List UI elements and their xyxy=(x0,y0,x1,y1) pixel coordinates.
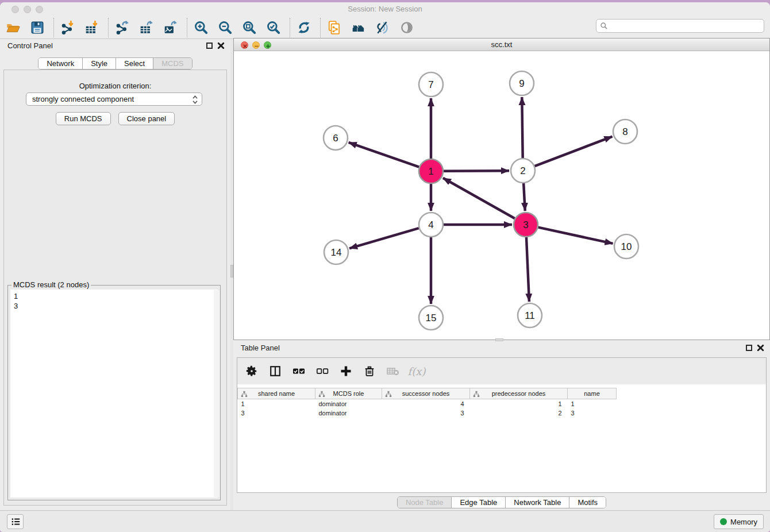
hide-selected-icon[interactable] xyxy=(373,18,392,37)
table-panel-title: Table Panel xyxy=(241,344,280,352)
function-builder-icon: f(x) xyxy=(409,364,424,379)
column-header-successor-nodes[interactable]: successor nodes xyxy=(382,388,470,399)
graph-edge[interactable] xyxy=(526,237,529,302)
graph-node-label: 7 xyxy=(428,79,433,90)
import-network-icon[interactable] xyxy=(58,18,78,37)
result-line: 1 xyxy=(14,291,214,301)
show-all-icon[interactable] xyxy=(397,18,417,37)
graph-node[interactable]: 9 xyxy=(510,71,534,95)
zoom-fit-icon[interactable] xyxy=(240,18,259,37)
graph-node[interactable]: 3 xyxy=(514,213,538,237)
deselect-all-icon[interactable] xyxy=(315,364,330,379)
optimization-criterion-label: Optimization criterion: xyxy=(4,82,226,90)
run-mcds-button[interactable]: Run MCDS xyxy=(56,112,111,125)
search-input[interactable] xyxy=(610,22,760,30)
graph-node[interactable]: 10 xyxy=(614,234,638,259)
zoom-selected-icon[interactable] xyxy=(264,18,283,37)
result-line: 3 xyxy=(14,301,214,311)
add-column-icon[interactable] xyxy=(338,364,353,379)
mcds-result-list[interactable]: 1 3 xyxy=(10,290,218,498)
table-settings-gear-icon[interactable] xyxy=(244,364,259,379)
graph-node[interactable]: 7 xyxy=(419,72,443,97)
close-panel-icon[interactable] xyxy=(217,42,225,49)
table-cell[interactable]: 3 xyxy=(382,408,470,418)
table-cell[interactable]: 2 xyxy=(470,408,568,418)
import-table-icon[interactable] xyxy=(82,18,102,37)
close-panel-button[interactable]: Close panel xyxy=(118,112,175,125)
zoom-in-icon[interactable] xyxy=(191,18,211,37)
graph-node-label: 2 xyxy=(520,165,525,176)
graph-edge[interactable] xyxy=(538,228,613,244)
table-cell[interactable]: 1 xyxy=(568,399,617,408)
select-all-icon[interactable] xyxy=(291,364,306,379)
graph-node[interactable]: 4 xyxy=(419,213,443,237)
column-header-filler xyxy=(617,388,623,399)
export-table-icon[interactable] xyxy=(137,18,156,37)
column-header-mcds-role[interactable]: MCDS role xyxy=(315,388,382,399)
table-toolbar: f(x) xyxy=(237,358,766,384)
first-neighbors-icon[interactable] xyxy=(349,18,368,37)
tab-select[interactable]: Select xyxy=(116,58,153,69)
result-scrollbar[interactable] xyxy=(214,290,220,497)
export-network-icon[interactable] xyxy=(113,18,132,37)
table-cell[interactable]: dominator xyxy=(315,399,382,408)
task-history-button[interactable] xyxy=(7,514,24,529)
table-cell[interactable]: dominator xyxy=(315,408,382,418)
graph-edge[interactable] xyxy=(523,183,525,211)
application-window: Session: New Session xyxy=(0,2,770,532)
graph-node[interactable]: 2 xyxy=(511,159,535,183)
network-canvas[interactable]: 1234678910111415 xyxy=(234,51,769,340)
export-image-icon[interactable] xyxy=(161,18,180,37)
network-window-titlebar[interactable]: scc.txt xyxy=(234,38,769,51)
graph-node-label: 11 xyxy=(525,310,535,321)
tab-style[interactable]: Style xyxy=(82,58,116,69)
column-header-name[interactable]: name xyxy=(568,388,617,399)
table-cell[interactable]: 1 xyxy=(238,399,315,408)
tab-network[interactable]: Network xyxy=(38,58,82,69)
delete-column-icon[interactable] xyxy=(362,364,377,379)
column-header-shared-name[interactable]: shared name xyxy=(238,388,315,399)
close-table-panel-icon[interactable] xyxy=(757,344,764,352)
tab-motifs[interactable]: Motifs xyxy=(569,497,606,508)
zoom-out-icon[interactable] xyxy=(215,18,235,37)
graph-node[interactable]: 11 xyxy=(518,303,542,327)
clone-network-icon[interactable] xyxy=(325,18,344,37)
tab-network-table[interactable]: Network Table xyxy=(505,497,569,508)
graph-edge[interactable] xyxy=(349,142,419,167)
graph-node[interactable]: 15 xyxy=(419,306,443,330)
table-cell[interactable]: 4 xyxy=(382,399,470,408)
graph-edge[interactable] xyxy=(522,97,522,158)
float-table-panel-icon[interactable] xyxy=(746,345,752,351)
mcds-result-title: MCDS result (2 nodes) xyxy=(11,280,91,289)
graph-edge[interactable] xyxy=(444,171,509,171)
table-row[interactable]: 1dominator411 xyxy=(238,399,623,408)
refresh-view-icon[interactable] xyxy=(294,18,314,37)
table-cell[interactable]: 3 xyxy=(238,408,315,418)
memory-button[interactable]: Memory xyxy=(714,514,764,529)
graph-node[interactable]: 14 xyxy=(324,240,348,264)
save-session-icon[interactable] xyxy=(28,18,47,37)
mcds-result-group: MCDS result (2 nodes) 1 3 xyxy=(7,285,221,500)
toolbar-separator xyxy=(320,18,321,37)
criterion-dropdown[interactable]: strongly connected component xyxy=(26,92,202,106)
open-session-icon[interactable] xyxy=(3,18,23,37)
graph-node[interactable]: 6 xyxy=(324,126,348,150)
tab-node-table[interactable]: Node Table xyxy=(398,497,452,508)
graph-edge[interactable] xyxy=(443,178,515,218)
graph-node[interactable]: 1 xyxy=(419,159,443,183)
column-view-icon[interactable] xyxy=(268,364,283,379)
float-panel-icon[interactable] xyxy=(206,43,213,49)
search-icon xyxy=(600,22,608,30)
graph-node[interactable]: 8 xyxy=(613,119,637,144)
graph-edge[interactable] xyxy=(349,228,419,248)
table-cell[interactable]: 1 xyxy=(470,399,568,408)
network-graph: 1234678910111415 xyxy=(234,51,769,340)
tab-edge-table[interactable]: Edge Table xyxy=(451,497,505,508)
graph-edge[interactable] xyxy=(535,137,613,167)
memory-status-icon xyxy=(720,518,727,525)
tab-mcds[interactable]: MCDS xyxy=(153,58,191,69)
table-cell[interactable]: 3 xyxy=(568,408,617,418)
column-header-predecessor-nodes[interactable]: predecessor nodes xyxy=(470,388,568,399)
table-panel: Table Panel xyxy=(233,341,770,510)
table-row[interactable]: 3dominator323 xyxy=(238,408,623,418)
